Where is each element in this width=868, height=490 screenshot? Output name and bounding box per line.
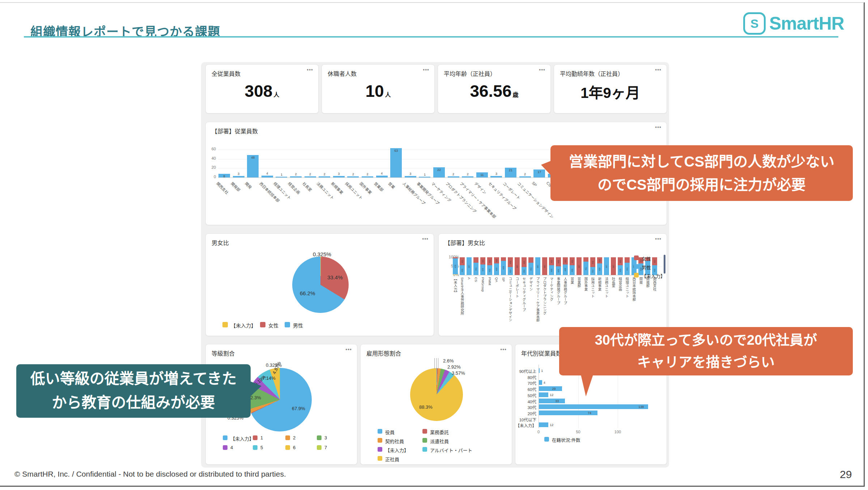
bar[interactable]: [539, 404, 648, 409]
card-menu-icon[interactable]: •••: [655, 124, 661, 130]
bar[interactable]: [376, 176, 388, 177]
bar[interactable]: [490, 176, 502, 177]
callout-text-line: 営業部門に対してCS部門の人数が少ない: [569, 150, 834, 173]
bar[interactable]: [539, 422, 548, 427]
y-axis-tick-label: 0: [206, 175, 216, 179]
legend-swatch[interactable]: [253, 445, 258, 450]
card-menu-icon[interactable]: •••: [655, 67, 661, 73]
legend-swatch[interactable]: [317, 445, 322, 450]
legend-label[interactable]: 6: [293, 445, 295, 450]
bar-segment-female[interactable]: [473, 257, 478, 263]
legend-label[interactable]: 男性: [642, 264, 651, 271]
bar[interactable]: [539, 386, 562, 391]
bar[interactable]: [539, 392, 548, 397]
legend-label[interactable]: 【未入力】: [231, 322, 256, 329]
legend-label[interactable]: 派遣社員: [430, 438, 449, 444]
bar[interactable]: [362, 176, 373, 177]
legend-swatch[interactable]: [422, 447, 427, 452]
card-menu-icon[interactable]: •••: [345, 347, 352, 352]
kpi-unit: 人: [385, 90, 391, 99]
legend-swatch[interactable]: [634, 264, 639, 269]
bar[interactable]: [261, 176, 273, 177]
legend-swatch[interactable]: [378, 447, 382, 452]
bar-value-label: 63: [390, 149, 402, 152]
legend-swatch[interactable]: [544, 437, 549, 442]
card-menu-icon[interactable]: •••: [500, 347, 507, 352]
legend-label[interactable]: 【未入力】: [642, 272, 665, 279]
legend-swatch[interactable]: [378, 429, 382, 434]
x-category-label: 営業部: [577, 277, 581, 288]
legend-label[interactable]: 契約社員: [385, 438, 404, 444]
card-menu-icon[interactable]: •••: [307, 67, 313, 73]
legend-label[interactable]: 業務委託: [430, 429, 449, 435]
legend-swatch[interactable]: [634, 273, 639, 278]
legend-swatch[interactable]: [378, 438, 382, 443]
employment-pie[interactable]: [410, 368, 463, 421]
bar[interactable]: [290, 176, 302, 177]
legend-swatch[interactable]: [378, 456, 382, 461]
legend-label[interactable]: 男性: [293, 322, 303, 329]
bar[interactable]: [319, 176, 330, 177]
bar-segment-female[interactable]: [583, 257, 588, 262]
legend-swatch[interactable]: [285, 322, 290, 327]
y-axis-tick-label: 60: [206, 147, 216, 151]
legend-label[interactable]: 5: [260, 445, 263, 450]
bar[interactable]: [539, 399, 565, 403]
card-menu-icon[interactable]: •••: [422, 236, 429, 242]
gender-pie[interactable]: [292, 257, 349, 313]
bar[interactable]: [333, 176, 345, 177]
legend-label[interactable]: 正社員: [385, 456, 399, 463]
bar[interactable]: [233, 176, 244, 177]
bar[interactable]: [390, 148, 402, 177]
legend-label[interactable]: 在籍状況:件数: [552, 437, 580, 443]
legend-swatch[interactable]: [253, 435, 258, 440]
x-category-label: 経営企画: [287, 181, 301, 195]
legend-swatch[interactable]: [317, 435, 322, 440]
bar[interactable]: [539, 368, 540, 373]
bar-segment-female[interactable]: [528, 257, 533, 263]
legend-swatch[interactable]: [422, 438, 427, 443]
bar[interactable]: [539, 380, 542, 385]
bar[interactable]: [448, 176, 459, 177]
legend-swatch[interactable]: [260, 322, 265, 327]
bar-segment-female[interactable]: [501, 257, 506, 261]
legend-label[interactable]: 2: [293, 435, 295, 440]
x-category-label: 営業部: [373, 181, 385, 193]
legend-label[interactable]: 4: [230, 445, 233, 450]
legend-swatch[interactable]: [634, 255, 639, 260]
legend-swatch[interactable]: [285, 445, 290, 450]
legend-label[interactable]: 【未入力】: [230, 435, 254, 442]
card-gender-ratio: 男女比 ••• 0.325%33.4%66.2%【未入力】女性男性: [205, 233, 434, 336]
legend-label[interactable]: 7: [324, 445, 327, 450]
bar-segment-female[interactable]: [625, 257, 630, 263]
bar[interactable]: [419, 177, 430, 177]
legend-label[interactable]: 3: [324, 435, 327, 440]
legend-label[interactable]: 役員: [385, 429, 395, 435]
bar-value-label: 8: [218, 175, 230, 178]
legend-swatch[interactable]: [223, 445, 227, 450]
legend-swatch[interactable]: [223, 435, 227, 440]
legend-label[interactable]: 女性: [268, 322, 278, 329]
bar[interactable]: [347, 176, 359, 177]
card-menu-icon[interactable]: •••: [539, 67, 545, 73]
bar[interactable]: [462, 176, 473, 177]
kpi-card-title: 全従業員数: [212, 69, 241, 78]
bar[interactable]: [405, 176, 416, 177]
bar-segment-unknown[interactable]: [453, 275, 458, 275]
card-menu-icon[interactable]: •••: [655, 236, 661, 242]
chart-scrollbar[interactable]: [664, 255, 665, 274]
legend-label[interactable]: 1: [260, 435, 263, 440]
bar-segment-label: 45%: [591, 270, 594, 273]
bar-segment-female[interactable]: [453, 257, 458, 258]
card-menu-icon[interactable]: •••: [423, 67, 429, 73]
legend-swatch[interactable]: [222, 322, 228, 327]
legend-swatch[interactable]: [422, 429, 427, 434]
legend-label[interactable]: アルバイト・パート: [430, 447, 472, 454]
legend-label[interactable]: 女性: [642, 255, 651, 262]
legend-label[interactable]: 【未入力】: [385, 447, 409, 454]
bar[interactable]: [276, 177, 287, 177]
legend-swatch[interactable]: [285, 435, 290, 440]
bar[interactable]: [305, 176, 316, 177]
bar[interactable]: [519, 176, 531, 177]
kpi-card-title: 平均年齢（正社員）: [444, 69, 496, 78]
